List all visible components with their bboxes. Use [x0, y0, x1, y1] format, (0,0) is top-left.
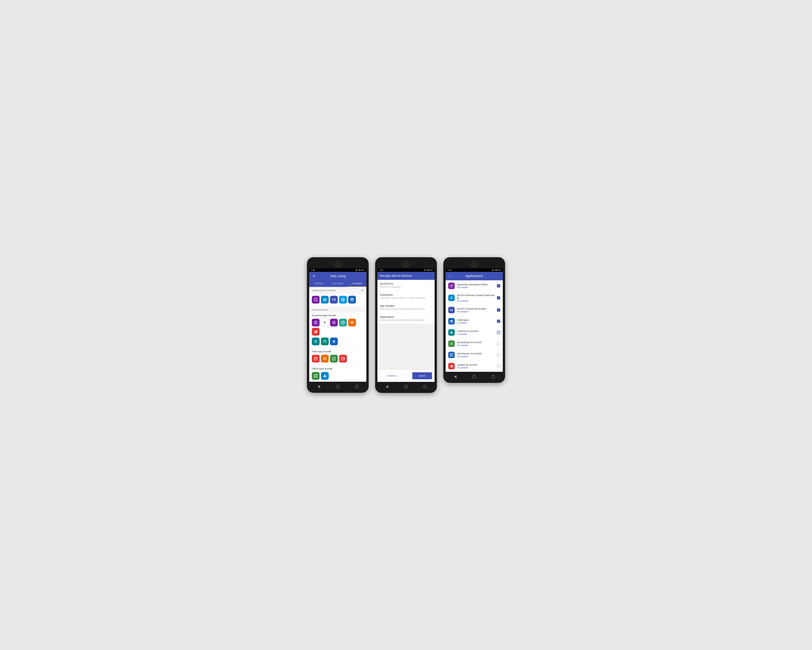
- menu-list: ArcGIS Pro ArcGIS Pro Advanced › Extensi…: [377, 280, 435, 324]
- icon-drone2map: [448, 340, 455, 347]
- phone-1: 1:30 ◑ ▾ ▮ 54% ✕ Joey Liang ⋮ PROFILE SE…: [307, 257, 369, 393]
- checkbox-geoplanner[interactable]: [497, 353, 500, 356]
- sensor-1: [334, 265, 341, 267]
- assigned-section-header: Assigned add-on licenses ✏: [309, 287, 366, 294]
- nav-bar-1: [309, 383, 366, 390]
- list-item-drone2map[interactable]: Drone2Map for ArcGIS 38 available: [446, 338, 503, 349]
- status-bar-2: 1:31 ◑ ▾ ▮ 54%: [377, 268, 435, 272]
- save-button[interactable]: SAVE: [412, 372, 432, 379]
- svg-point-40: [452, 342, 453, 343]
- icon-appstudio-dev: [448, 283, 455, 289]
- svg-marker-10: [315, 321, 316, 323]
- svg-point-15: [342, 322, 343, 323]
- checkbox-community-analyst[interactable]: ✓: [497, 309, 500, 312]
- list-item-appstudio[interactable]: AppStudio Developer Edition 36 available…: [446, 280, 503, 292]
- chevron-applications: ›: [431, 317, 432, 320]
- checkbox-drone2map[interactable]: [497, 342, 500, 345]
- menu-item-app-bundles[interactable]: App bundles Office Apps Bundle, Essentia…: [377, 302, 435, 313]
- checkbox-cityengine[interactable]: ✓: [497, 320, 500, 323]
- nav-home-1[interactable]: [336, 384, 340, 389]
- divider-1: [309, 306, 366, 306]
- list-item-community-analyst[interactable]: CA ArcGIS Community Analyst 35 available…: [446, 304, 503, 316]
- svg-rect-50: [450, 366, 451, 367]
- svg-rect-17: [315, 330, 316, 333]
- list-item-cityengine[interactable]: CityEngine 4 available ✓: [446, 316, 503, 327]
- svg-point-13: [334, 323, 334, 323]
- icon-collector2: [312, 338, 320, 345]
- nav-back-1[interactable]: [316, 384, 321, 389]
- app-header-2: Manage add-on licenses: [377, 272, 435, 280]
- svg-rect-21: [314, 357, 317, 360]
- nav-square-2[interactable]: [423, 384, 427, 389]
- nav-square-3[interactable]: [491, 375, 496, 379]
- chevron-app-bundles: ›: [431, 306, 432, 309]
- icon-navigator: [321, 338, 329, 345]
- svg-point-3: [324, 299, 325, 300]
- tab-licenses[interactable]: LICENSES: [347, 280, 366, 287]
- phone-3-screen: 1:31 ◑ ▾ ▮ 54% ← Applications: [446, 268, 503, 372]
- icon-tracker: [330, 338, 338, 345]
- office-icons: [309, 370, 366, 382]
- icon-survey123: [330, 319, 338, 326]
- bundle-office-title: Office Apps Bundle: [309, 366, 366, 370]
- icon-survey: [330, 355, 338, 362]
- tabs-1: PROFILE SETTINGS LICENSES: [309, 280, 366, 287]
- svg-rect-47: [450, 353, 453, 356]
- app-icon-collector: [321, 296, 329, 304]
- phone-2: 1:31 ◑ ▾ ▮ 54% Manage add-on licenses Ar…: [375, 257, 437, 393]
- tab-settings[interactable]: SETTINGS: [328, 280, 347, 287]
- assigned-icons-row: CA: [309, 294, 366, 306]
- svg-point-37: [451, 332, 452, 333]
- sensor-3: [471, 265, 478, 267]
- nav-square-1[interactable]: [354, 384, 359, 389]
- page-title-3: Applications: [452, 274, 496, 278]
- menu-item-extensions[interactable]: Extensions 3D Analyst, Aviation Airports…: [377, 291, 435, 302]
- svg-rect-26: [333, 357, 335, 360]
- svg-marker-11: [315, 323, 316, 324]
- checkbox-appstudio[interactable]: ✓: [497, 284, 500, 288]
- nav-home-3[interactable]: [472, 375, 476, 379]
- list-item-geoplanner[interactable]: GeoPlanner for ArcGIS 38 available: [446, 349, 503, 361]
- tab-profile[interactable]: PROFILE: [309, 280, 328, 287]
- menu-icon[interactable]: ⋮: [360, 274, 364, 278]
- back-icon[interactable]: ←: [448, 274, 452, 278]
- menu-item-arcgis-pro[interactable]: ArcGIS Pro ArcGIS Pro Advanced ›: [377, 280, 435, 291]
- time-3: 1:31: [447, 269, 451, 271]
- icon-community-analyst: CA: [448, 307, 455, 313]
- icon-appstudio: [339, 319, 347, 326]
- icon-maps: M: [348, 319, 356, 326]
- icon-quickcapture: [321, 355, 329, 362]
- checkbox-insights[interactable]: [497, 364, 500, 368]
- close-icon[interactable]: ✕: [312, 274, 316, 278]
- status-icons-1: ◑ ▾ ▮ 54%: [355, 269, 365, 271]
- phone-2-top: [377, 260, 435, 267]
- front-camera-1: [337, 260, 339, 263]
- checkbox-collector[interactable]: ✓: [497, 331, 500, 334]
- list-item-insights[interactable]: Insights for ArcGIS 44 available: [446, 361, 503, 372]
- bundle-field-title: Field Apps Bundle: [309, 349, 366, 353]
- essential-icons: C M: [309, 317, 366, 338]
- icon-cityengine-list: [448, 318, 455, 324]
- edit-icon[interactable]: ✏: [361, 289, 364, 292]
- speaker-3: [469, 263, 479, 265]
- svg-line-45: [451, 344, 451, 344]
- list-item-collector[interactable]: Collector for ArcGIS 5 available ✓: [446, 327, 503, 338]
- front-camera-3: [473, 260, 475, 263]
- svg-rect-7: [351, 299, 353, 301]
- nav-back-3[interactable]: [453, 375, 458, 379]
- menu-item-applications[interactable]: Applications ArcGIS Business Analyst Web…: [377, 313, 435, 324]
- svg-rect-18: [316, 330, 317, 333]
- icon-navigator2: [321, 372, 329, 380]
- svg-marker-31: [323, 374, 327, 378]
- cancel-button[interactable]: CANCEL: [380, 372, 404, 379]
- svg-point-25: [324, 358, 325, 359]
- svg-marker-8: [350, 298, 354, 299]
- checkbox-business-analyst[interactable]: ✓: [497, 296, 500, 300]
- nav-back-2[interactable]: [385, 384, 389, 389]
- nav-home-2[interactable]: [404, 384, 408, 389]
- list-item-business-analyst[interactable]: ArcGIS Business Analyst Web and M... 35 …: [446, 292, 503, 304]
- icon-c-white: C: [321, 319, 329, 326]
- app-list: AppStudio Developer Edition 36 available…: [446, 280, 503, 372]
- icon-maps3: [312, 372, 320, 380]
- phone-3-top: [446, 260, 503, 267]
